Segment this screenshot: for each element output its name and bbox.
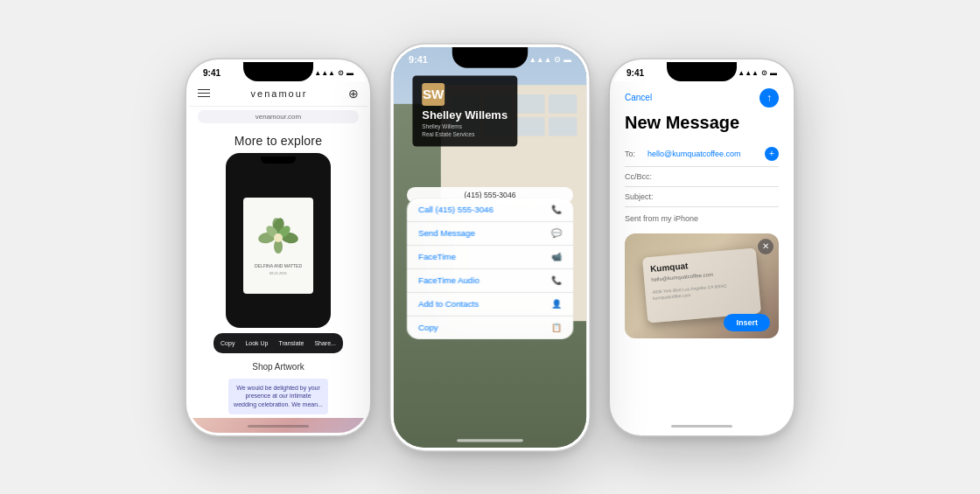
action-copy[interactable]: Copy 📋 [407,316,573,338]
to-field-row: To: hello@kumquatcoffee.com + [625,142,779,167]
signal-icon-1: ▲▲▲ [314,69,335,77]
phone-3: 9:41 ▲▲▲ ⊙ ▬ Cancel ↑ New Message To: he… [610,59,794,435]
wifi-icon-3: ⊙ [761,69,767,77]
floral-icon [256,216,300,260]
contacts-icon: 👤 [551,299,562,309]
action-add-contacts[interactable]: Add to Contacts 👤 [407,292,573,316]
action-facetime-audio-label: FaceTime Audio [418,275,480,285]
action-call-label: Call (415) 555-3046 [418,205,494,214]
cart-icon[interactable]: ⊕ [348,87,359,101]
brand-name: venamour [251,88,308,99]
message-icon: 💬 [551,228,562,238]
phone-1: 9:41 ▲▲▲ ⊙ ▬ venamour ⊕ venamour.com Mor… [186,59,370,435]
wifi-icon-1: ⊙ [338,69,344,77]
wifi-icon-2: ⊙ [554,55,561,64]
home-indicator-3 [671,425,732,428]
svg-point-7 [274,233,283,242]
add-recipient-button[interactable]: + [765,147,779,161]
cancel-button[interactable]: Cancel [625,93,652,102]
context-translate[interactable]: Translate [275,338,307,348]
building-sign: SW Shelley Willems Shelley WillemsReal E… [412,75,516,146]
cc-label: Cc/Bcc: [625,172,652,181]
wedding-names: DELFINA AND MATTED [255,263,302,269]
signal-icon-3: ▲▲▲ [738,69,759,77]
email-body[interactable]: Sent from my iPhone [612,207,791,230]
send-button[interactable]: ↑ [760,88,779,108]
notch-2 [452,47,528,68]
invitation-text: We would be delighted by yourpresence at… [228,379,328,414]
to-label: To: [625,150,642,158]
battery-icon-2: ▬ [564,55,571,64]
context-lookup[interactable]: Look Up [242,338,271,348]
kumquat-card: Kumquat hello@kumquatcoffee.com 4836 Yor… [642,247,761,323]
nested-phone: DELFINA AND MATTED 08.21.2021 [226,153,331,328]
home-indicator-2 [457,439,523,442]
realtor-subtitle: Shelley WillemsReal Estate Services [422,123,508,138]
more-to-explore-heading: More to explore [234,134,322,148]
phone-2: 9:41 ▲▲▲ ⊙ ▬ [391,44,590,449]
wedding-card: DELFINA AND MATTED 08.21.2021 [243,198,313,294]
status-icons-2: ▲▲▲ ⊙ ▬ [529,55,571,64]
action-message-label: Send Message [418,228,475,238]
context-copy[interactable]: Copy [217,338,238,348]
email-header: Cancel ↑ New Message To: hello@kumquatco… [612,81,791,207]
to-value[interactable]: hello@kumquatcoffee.com [648,150,760,158]
copy-icon: 📋 [551,323,562,332]
notch-1 [243,62,313,81]
context-menu: Copy Look Up Translate Share... [214,333,343,353]
nested-notch [261,157,296,164]
phone1-body: More to explore [189,127,368,433]
facetime-audio-icon: 📞 [551,275,562,285]
signal-icon-2: ▲▲▲ [529,55,552,64]
phones-container: 9:41 ▲▲▲ ⊙ ▬ venamour ⊕ venamour.com Mor… [169,42,811,453]
cc-field-row: Cc/Bcc: [625,167,779,187]
kumquat-address: 4836 York Blvd Los Angeles CA 90042 kumq… [652,281,752,302]
sw-logo: SW [422,83,444,106]
wedding-date: 08.21.2021 [270,271,287,275]
status-icons-1: ▲▲▲ ⊙ ▬ [314,69,354,77]
business-card-preview: Kumquat hello@kumquatcoffee.com 4836 Yor… [625,233,779,338]
action-menu: Call (415) 555-3046 📞 Send Message 💬 Fac… [407,198,573,338]
facetime-icon: 📹 [551,252,562,261]
subject-label: Subject: [625,192,654,201]
status-icons-3: ▲▲▲ ⊙ ▬ [738,69,777,77]
action-facetime-audio[interactable]: FaceTime Audio 📞 [407,268,573,292]
signature-text: Sent from my iPhone [625,214,698,223]
action-facetime-label: FaceTime [418,252,456,261]
action-facetime[interactable]: FaceTime 📹 [407,245,573,268]
new-message-title: New Message [625,113,779,133]
home-indicator-1 [248,425,309,428]
subject-field-row: Subject: [625,187,779,207]
close-preview-button[interactable]: ✕ [758,239,774,254]
time-3: 9:41 [626,68,644,78]
phone-icon: 📞 [551,205,562,214]
realtor-name: Shelley Willems [422,109,508,122]
action-message[interactable]: Send Message 💬 [407,221,573,245]
shop-artwork-label[interactable]: Shop Artwork [252,362,304,372]
url-bar[interactable]: venamour.com [198,110,359,123]
email-nav-row: Cancel ↑ [625,88,779,108]
context-share[interactable]: Share... [311,338,340,348]
menu-icon[interactable] [198,89,210,98]
battery-icon-1: ▬ [346,69,354,77]
time-1: 9:41 [203,68,220,78]
action-copy-label: Copy [418,323,438,332]
action-call[interactable]: Call (415) 555-3046 📞 [407,198,573,221]
time-2: 9:41 [409,54,428,65]
insert-button[interactable]: Insert [724,314,770,331]
notch-3 [667,62,737,81]
action-add-contacts-label: Add to Contacts [418,299,479,309]
browser-bar-1: venamour ⊕ [189,81,368,107]
battery-icon-3: ▬ [770,69,777,77]
